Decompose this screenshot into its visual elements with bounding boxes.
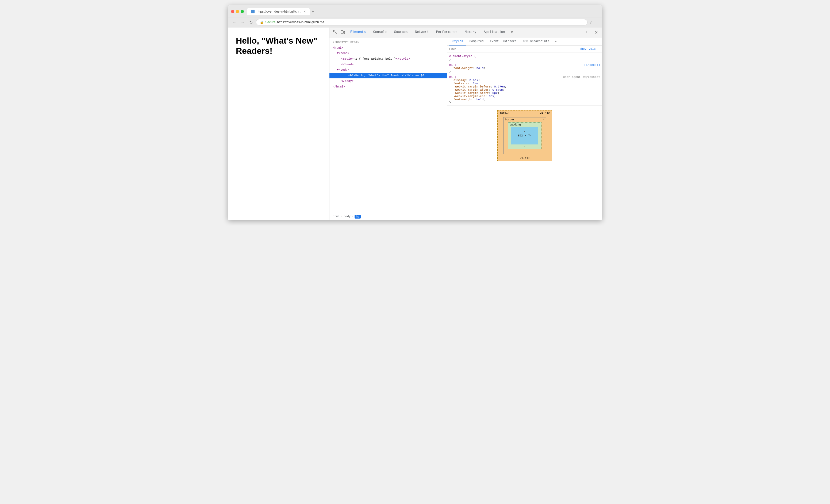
tab-application[interactable]: Application: [480, 28, 509, 37]
padding-dash: -: [538, 123, 540, 126]
styles-tab-dom-breakpoints[interactable]: DOM Breakpoints: [519, 37, 552, 45]
content-dash-bottom: -: [518, 138, 532, 141]
secure-label: Secure: [265, 20, 276, 24]
maximize-traffic-light[interactable]: [241, 10, 244, 13]
content-dash-top: -: [518, 130, 532, 133]
margin-value-bottom: 21.440: [520, 157, 530, 160]
devtools-topbar: Elements Console Sources Network Perform…: [329, 28, 602, 37]
box-padding: padding - - 352 × 74 - -: [508, 122, 542, 149]
margin-value-top: 21.440: [540, 112, 549, 115]
dom-line-head[interactable]: ▼<head>: [329, 51, 447, 56]
devtools-body: <!DOCTYPE html> <html> ▼<head> <style>h1…: [329, 37, 602, 220]
toolbar-icons: ☆ ⋮: [589, 20, 599, 24]
dom-line-body-close[interactable]: </body>: [329, 78, 447, 84]
tab-title: https://overrides-in-html.glitch...: [257, 10, 301, 13]
styles-panel: Styles Computed Event Listeners DOM Brea…: [447, 37, 602, 220]
box-border: border - padding - - 352 × 74 -: [503, 117, 547, 154]
styles-tab-styles[interactable]: Styles: [449, 37, 466, 45]
breadcrumb-html[interactable]: html: [333, 215, 340, 219]
tab-bar: https://overrides-in-html.glitch... ✕ +: [247, 8, 599, 15]
dom-panel: <!DOCTYPE html> <html> ▼<head> <style>h1…: [329, 37, 447, 220]
style-rule-h1-custom: h1 { (index):4 font-weight: bold; }: [447, 62, 602, 74]
dom-tree: <!DOCTYPE html> <html> ▼<head> <style>h1…: [329, 37, 447, 213]
traffic-lights: [231, 10, 244, 13]
device-toolbar-button[interactable]: [339, 28, 347, 37]
more-icon[interactable]: ⋮: [595, 20, 599, 24]
reload-button[interactable]: ↻: [248, 19, 254, 25]
margin-label: margin: [500, 112, 509, 115]
title-bar: https://overrides-in-html.glitch... ✕ +: [228, 5, 602, 18]
filter-add-button[interactable]: +: [598, 47, 600, 51]
address-input[interactable]: 🔒 Secure https://overrides-in-html.glitc…: [256, 19, 587, 25]
styles-filter-input[interactable]: [449, 48, 577, 51]
address-bar: ← → ↻ 🔒 Secure https://overrides-in-html…: [228, 18, 602, 28]
border-label: border: [505, 118, 515, 121]
inspect-element-button[interactable]: [331, 28, 339, 37]
styles-tab-bar: Styles Computed Event Listeners DOM Brea…: [447, 37, 602, 46]
tab-console[interactable]: Console: [370, 28, 390, 37]
box-model-diagram: margin 21.440 border - padding -: [447, 106, 602, 166]
padding-label: padding: [510, 123, 521, 126]
box-content: - 352 × 74 -: [511, 127, 538, 145]
styles-tab-computed[interactable]: Computed: [466, 37, 487, 45]
dom-line-body[interactable]: ▼<body>: [329, 67, 447, 73]
tab-close-button[interactable]: ✕: [304, 10, 306, 13]
filter-cls-button[interactable]: .cls: [588, 48, 596, 51]
tab-favicon: [251, 10, 255, 13]
more-tabs-icon[interactable]: »: [509, 28, 515, 37]
browser-window: https://overrides-in-html.glitch... ✕ + …: [228, 5, 602, 220]
filter-hov-button[interactable]: :hov: [579, 48, 586, 51]
styles-filter-bar: :hov .cls +: [447, 46, 602, 53]
border-dash: -: [543, 118, 544, 121]
minimize-traffic-light[interactable]: [236, 10, 239, 13]
style-rule-element: element.style { }: [447, 54, 602, 62]
styles-rules: element.style { } h1 { (index):4 font-we…: [447, 53, 602, 220]
close-traffic-light[interactable]: [231, 10, 234, 13]
webpage-heading: Hello, "What's New" Readers!: [236, 36, 321, 56]
padding-dash-bottom: -: [524, 145, 525, 148]
tab-network[interactable]: Network: [411, 28, 432, 37]
tab-performance[interactable]: Performance: [433, 28, 461, 37]
devtools-menu-button[interactable]: ⋮: [582, 29, 590, 36]
new-tab-button[interactable]: +: [310, 8, 316, 15]
breadcrumb-body[interactable]: body: [344, 215, 351, 219]
breadcrumb-h1[interactable]: h1: [355, 215, 361, 219]
devtools-close-button[interactable]: ✕: [592, 29, 600, 36]
more-styles-tabs-icon[interactable]: »: [552, 37, 558, 45]
svg-rect-2: [344, 31, 345, 33]
bookmark-icon[interactable]: ☆: [589, 20, 593, 24]
svg-rect-0: [333, 30, 335, 32]
tab-memory[interactable]: Memory: [461, 28, 480, 37]
box-margin: margin 21.440 border - padding -: [497, 110, 552, 161]
style-rule-h1-ua: h1 { user agent stylesheet display: bloc…: [447, 74, 602, 106]
content-size: 352 × 74: [518, 134, 532, 137]
active-tab[interactable]: https://overrides-in-html.glitch... ✕: [247, 8, 310, 15]
dom-line-style[interactable]: <style>h1 { font-weight: bold }</style>: [329, 56, 447, 62]
tab-elements[interactable]: Elements: [347, 28, 370, 37]
back-button[interactable]: ←: [231, 19, 237, 25]
devtools-panel: Elements Console Sources Network Perform…: [329, 28, 602, 220]
dom-line-h1-selected[interactable]: ... <h1>Hello, "What's New" Readers!</h1…: [329, 73, 447, 78]
devtools-tab-list: Elements Console Sources Network Perform…: [347, 28, 582, 37]
browser-content: Hello, "What's New" Readers! Elements Co…: [228, 28, 602, 220]
dom-line-doctype: <!DOCTYPE html>: [329, 40, 447, 45]
dom-line-head-close[interactable]: </head>: [329, 62, 447, 67]
breadcrumb: html › body › h1: [329, 213, 447, 220]
forward-button[interactable]: →: [240, 19, 246, 25]
styles-tab-event-listeners[interactable]: Event Listeners: [487, 37, 519, 45]
tab-sources[interactable]: Sources: [390, 28, 411, 37]
secure-icon: 🔒: [260, 21, 264, 24]
svg-rect-1: [341, 31, 343, 34]
webpage-preview: Hello, "What's New" Readers!: [228, 28, 329, 220]
dom-line-html-close[interactable]: </html>: [329, 84, 447, 90]
dom-line-html[interactable]: <html>: [329, 45, 447, 51]
url-text: https://overrides-in-html.glitch.me: [277, 20, 324, 24]
